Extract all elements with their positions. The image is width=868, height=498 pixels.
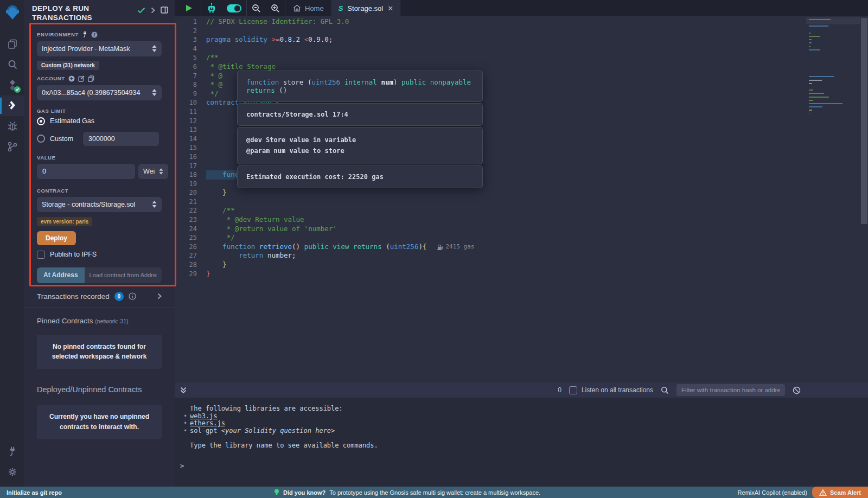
debugger-icon[interactable] bbox=[0, 116, 24, 137]
line-number: 3 bbox=[175, 35, 206, 44]
function-hover-tooltip: function store (uint256 internal num) pu… bbox=[237, 71, 483, 189]
copilot-status[interactable]: RemixAI Copilot (enabled) bbox=[738, 489, 807, 496]
estimated-gas-text: Estimated Gas bbox=[50, 117, 94, 125]
zoom-in-icon[interactable] bbox=[266, 0, 285, 16]
minimap-line bbox=[809, 113, 809, 114]
custom-gas-radio[interactable] bbox=[37, 135, 45, 143]
code-token: internal bbox=[344, 78, 377, 86]
code-token: return bbox=[239, 251, 263, 259]
code-token: returns bbox=[246, 86, 275, 94]
plus-circle-icon[interactable] bbox=[68, 75, 75, 82]
tab-home[interactable]: Home bbox=[285, 0, 331, 16]
publish-ipfs-option[interactable]: Publish to IPFS bbox=[37, 251, 162, 259]
code-token: public bbox=[401, 78, 426, 86]
code-token: uint256 bbox=[390, 242, 419, 251]
icon-sidebar bbox=[0, 0, 24, 487]
minimap-line bbox=[809, 36, 820, 37]
terminal-link[interactable]: ethers.js bbox=[190, 419, 225, 427]
editor-scrollbar[interactable] bbox=[860, 16, 868, 382]
solidity-compiler-icon[interactable] bbox=[0, 75, 24, 95]
code-line: */ bbox=[206, 233, 806, 242]
minimap[interactable] bbox=[806, 16, 860, 382]
plug-icon[interactable] bbox=[82, 31, 88, 37]
listen-label: Listen on all transactions bbox=[582, 386, 653, 394]
remix-logo[interactable] bbox=[0, 0, 24, 26]
value-input[interactable] bbox=[37, 164, 135, 179]
account-label: ACCOUNT bbox=[37, 75, 65, 81]
transactions-recorded-label: Transactions recorded bbox=[37, 292, 110, 301]
line-number: 14 bbox=[175, 135, 206, 144]
contract-select[interactable]: Storage - contracts/Storage.sol bbox=[37, 197, 162, 212]
estimated-gas-radio[interactable] bbox=[37, 117, 45, 125]
code-token bbox=[255, 242, 259, 251]
custom-gas-input[interactable] bbox=[83, 132, 159, 146]
copilot-toggle[interactable] bbox=[222, 0, 246, 16]
settings-icon[interactable] bbox=[0, 462, 24, 482]
tooltip-file-path: contracts/Storage.sol 17:4 bbox=[237, 103, 483, 126]
edit-icon[interactable] bbox=[78, 75, 85, 82]
chevron-double-down-icon[interactable] bbox=[180, 387, 187, 394]
minimap-line bbox=[809, 25, 828, 27]
chevron-right-icon[interactable] bbox=[151, 7, 155, 14]
magnifier-icon[interactable] bbox=[661, 386, 669, 394]
terminal-link[interactable]: web3.js bbox=[190, 412, 218, 420]
git-icon[interactable] bbox=[0, 137, 24, 157]
code-token bbox=[206, 188, 222, 196]
copy-icon[interactable] bbox=[88, 75, 94, 82]
ban-icon[interactable] bbox=[793, 386, 801, 394]
search-icon[interactable] bbox=[0, 54, 24, 75]
deploy-button[interactable]: Deploy bbox=[37, 231, 76, 245]
run-script-button[interactable] bbox=[175, 0, 197, 16]
home-icon bbox=[293, 4, 301, 12]
code-token: /** bbox=[206, 206, 235, 214]
toggle-icon bbox=[227, 4, 241, 12]
zoom-out-icon[interactable] bbox=[247, 0, 266, 16]
publish-ipfs-checkbox[interactable] bbox=[37, 251, 45, 259]
estimated-gas-option[interactable]: Estimated Gas bbox=[37, 117, 162, 125]
terminal-prompt[interactable]: > bbox=[175, 462, 868, 470]
code-token: number; bbox=[263, 251, 296, 259]
value-unit: Wei bbox=[143, 168, 155, 175]
info-icon[interactable]: i bbox=[91, 31, 98, 38]
scam-alert-label: Scam Alert bbox=[830, 489, 861, 496]
chevron-right-icon[interactable] bbox=[157, 293, 162, 299]
terminal-line: Type the library name to see available c… bbox=[175, 442, 868, 450]
code-token: * @title Storage bbox=[206, 62, 276, 71]
code-token: returns bbox=[353, 242, 382, 251]
ai-assistant-icon[interactable] bbox=[201, 0, 222, 16]
info-icon[interactable] bbox=[129, 292, 136, 300]
tab-storage-sol[interactable]: S Storage.sol ✕ bbox=[332, 0, 400, 16]
minimap-line bbox=[809, 100, 813, 101]
gas-estimate-widget: 2415 gas bbox=[437, 242, 474, 252]
transaction-filter-input[interactable] bbox=[676, 384, 785, 396]
git-init-status[interactable]: Initialize as git repo bbox=[0, 489, 175, 496]
deployed-contracts-title: Deployed/Unpinned Contracts bbox=[24, 369, 175, 394]
terminal[interactable]: The following libraries are accessible:•… bbox=[175, 398, 868, 487]
deploy-run-icon[interactable] bbox=[0, 95, 24, 116]
stepper-icon bbox=[159, 168, 163, 175]
scam-alert-button[interactable]: Scam Alert bbox=[812, 487, 868, 498]
transactions-recorded-row[interactable]: Transactions recorded 0 bbox=[24, 283, 175, 308]
at-address-input[interactable] bbox=[85, 267, 162, 283]
pin-panel-icon[interactable] bbox=[161, 7, 168, 14]
terminal-lines: The following libraries are accessible:•… bbox=[175, 405, 868, 449]
panel-title: DEPLOY & RUN TRANSACTIONS bbox=[32, 4, 124, 23]
plugin-manager-icon[interactable] bbox=[0, 441, 24, 462]
custom-gas-option[interactable]: Custom bbox=[37, 132, 162, 146]
terminal-line: •ethers.js bbox=[175, 420, 868, 427]
did-you-know-tip: Did you know? To prototype using the Gno… bbox=[274, 489, 540, 496]
listen-all-transactions-option[interactable]: Listen on all transactions bbox=[569, 386, 653, 394]
account-select[interactable]: 0xA03...85ac4 (0.398673504934 bbox=[37, 85, 162, 100]
file-explorer-icon[interactable] bbox=[0, 34, 24, 54]
value-unit-select[interactable]: Wei bbox=[138, 164, 168, 179]
at-address-button[interactable]: At Address bbox=[37, 267, 85, 283]
environment-select[interactable]: Injected Provider - MetaMask bbox=[37, 41, 162, 56]
tip-text: To prototype using the Gnosis safe multi… bbox=[329, 489, 540, 496]
code-token: 0.8.2 bbox=[279, 35, 304, 43]
lightbulb-icon bbox=[274, 489, 279, 496]
listen-checkbox[interactable] bbox=[569, 386, 577, 394]
scrollbar-thumb[interactable] bbox=[861, 18, 867, 224]
code-token: * @return value of 'number' bbox=[206, 225, 337, 233]
transactions-count-badge: 0 bbox=[114, 292, 124, 301]
close-icon[interactable]: ✕ bbox=[387, 4, 393, 12]
